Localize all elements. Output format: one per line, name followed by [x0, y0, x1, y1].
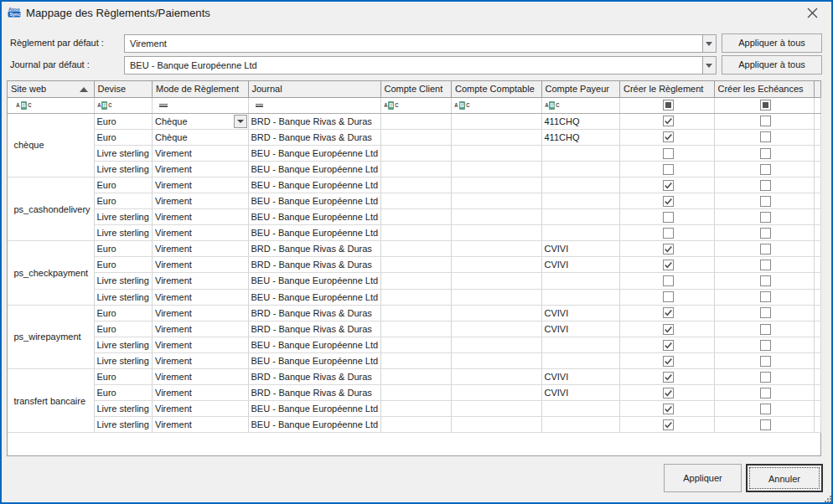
- svg-text:Atoo: Atoo: [8, 7, 20, 12]
- svg-text:Sync: Sync: [9, 12, 20, 17]
